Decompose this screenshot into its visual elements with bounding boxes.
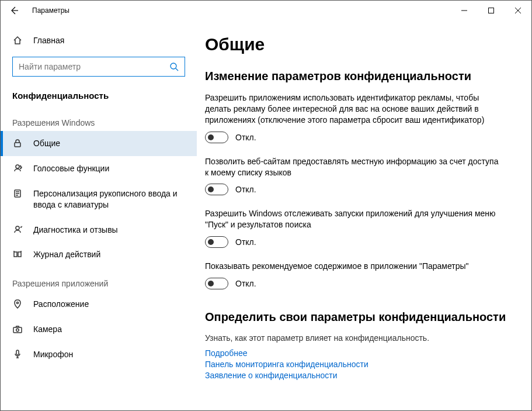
sidebar-item-location[interactable]: Расположение bbox=[1, 292, 197, 317]
option-track-app-launches: Разрешить Windows отслеживать запуски пр… bbox=[205, 208, 517, 248]
sidebar-item-label: Общие bbox=[33, 138, 185, 149]
camera-icon bbox=[12, 324, 23, 334]
search-input[interactable] bbox=[19, 62, 169, 71]
option-description: Позволить веб-сайтам предоставлять местн… bbox=[205, 156, 503, 178]
section-title-know-privacy: Определить свои параметры конфиденциальн… bbox=[205, 310, 517, 324]
sidebar-item-diagnostics[interactable]: Диагностика и отзывы bbox=[1, 217, 197, 243]
home-icon bbox=[12, 36, 23, 45]
search-icon bbox=[169, 62, 179, 71]
option-suggested-content: Показывать рекомендуемое содержимое в пр… bbox=[205, 261, 517, 289]
speech-icon bbox=[12, 163, 23, 173]
option-description: Разрешить Windows отслеживать запуски пр… bbox=[205, 208, 503, 230]
title-bar: Параметры bbox=[1, 1, 531, 20]
window-title: Параметры bbox=[32, 6, 69, 15]
close-icon bbox=[514, 7, 521, 14]
home-label: Главная bbox=[33, 36, 64, 45]
toggle-state-label: Откл. bbox=[235, 237, 256, 247]
close-button[interactable] bbox=[505, 1, 531, 20]
category-title: Конфиденциальность bbox=[1, 85, 197, 106]
sidebar-item-activity-history[interactable]: Журнал действий bbox=[1, 242, 197, 267]
home-link[interactable]: Главная bbox=[1, 30, 197, 51]
svg-point-8 bbox=[16, 226, 19, 230]
sidebar-item-inking[interactable]: Персонализация рукописного ввода и ввода… bbox=[1, 181, 197, 217]
svg-point-3 bbox=[16, 165, 19, 168]
section-title-privacy-options: Изменение параметров конфиденциальности bbox=[205, 70, 517, 83]
svg-point-4 bbox=[20, 165, 20, 166]
group-app-permissions: Разрешения приложений bbox=[1, 267, 197, 292]
svg-rect-12 bbox=[13, 327, 22, 333]
history-icon bbox=[12, 249, 23, 259]
svg-point-1 bbox=[171, 63, 176, 69]
link-learn-more[interactable]: Подробнее bbox=[205, 348, 517, 358]
svg-rect-10 bbox=[18, 252, 21, 257]
link-privacy-statement[interactable]: Заявление о конфиденциальности bbox=[205, 371, 517, 380]
svg-rect-0 bbox=[489, 8, 494, 13]
lock-icon bbox=[12, 138, 23, 148]
option-description: Разрешить приложениям использовать идент… bbox=[205, 92, 503, 126]
search-box[interactable] bbox=[12, 57, 185, 77]
maximize-button[interactable] bbox=[478, 1, 505, 20]
sidebar-item-label: Диагностика и отзывы bbox=[33, 225, 185, 236]
svg-point-5 bbox=[21, 167, 22, 167]
option-website-language: Позволить веб-сайтам предоставлять местн… bbox=[205, 156, 517, 196]
toggle-advertising-id[interactable] bbox=[205, 132, 228, 143]
group-windows-permissions: Разрешения Windows bbox=[1, 106, 197, 131]
sidebar-item-label: Персонализация рукописного ввода и ввода… bbox=[33, 188, 185, 210]
svg-rect-2 bbox=[15, 143, 20, 147]
toggle-website-language[interactable] bbox=[205, 184, 228, 195]
toggle-state-label: Откл. bbox=[235, 185, 256, 194]
sidebar-item-label: Журнал действий bbox=[33, 249, 185, 260]
page-title: Общие bbox=[205, 34, 517, 54]
main-content: Общие Изменение параметров конфиденциаль… bbox=[197, 20, 531, 410]
sidebar-item-label: Микрофон bbox=[33, 349, 185, 360]
arrow-left-icon bbox=[9, 6, 19, 15]
maximize-icon bbox=[488, 7, 495, 14]
microphone-icon bbox=[12, 349, 23, 359]
sidebar: Главная Конфиденциальность Разрешения Wi… bbox=[1, 20, 197, 410]
sidebar-item-label: Голосовые функции bbox=[33, 163, 185, 174]
sidebar-item-camera[interactable]: Камера bbox=[1, 317, 197, 342]
toggle-track-app-launches[interactable] bbox=[205, 236, 228, 248]
svg-point-6 bbox=[20, 168, 21, 168]
option-description: Показывать рекомендуемое содержимое в пр… bbox=[205, 261, 503, 272]
link-privacy-dashboard[interactable]: Панель мониторинга конфиденциальности bbox=[205, 360, 517, 369]
sidebar-item-label: Камера bbox=[33, 324, 185, 335]
sidebar-item-label: Расположение bbox=[33, 299, 185, 310]
feedback-icon bbox=[12, 225, 23, 234]
svg-point-11 bbox=[16, 302, 18, 304]
sidebar-item-general[interactable]: Общие bbox=[1, 131, 197, 156]
section-subtitle: Узнать, как этот параметр влияет на конф… bbox=[205, 333, 517, 343]
toggle-state-label: Откл. bbox=[235, 133, 256, 142]
toggle-suggested-content[interactable] bbox=[205, 278, 228, 289]
svg-rect-9 bbox=[14, 252, 17, 257]
clipboard-icon bbox=[12, 188, 23, 198]
settings-window: Параметры Главная bbox=[0, 0, 532, 411]
svg-rect-14 bbox=[16, 350, 19, 355]
svg-point-13 bbox=[16, 329, 19, 331]
option-advertising-id: Разрешить приложениям использовать идент… bbox=[205, 92, 517, 143]
toggle-state-label: Откл. bbox=[235, 279, 256, 288]
location-icon bbox=[12, 299, 23, 309]
sidebar-item-microphone[interactable]: Микрофон bbox=[1, 342, 197, 367]
sidebar-item-speech[interactable]: Голосовые функции bbox=[1, 156, 197, 181]
minimize-button[interactable] bbox=[451, 1, 478, 20]
minimize-icon bbox=[461, 7, 468, 14]
back-button[interactable] bbox=[4, 1, 24, 20]
